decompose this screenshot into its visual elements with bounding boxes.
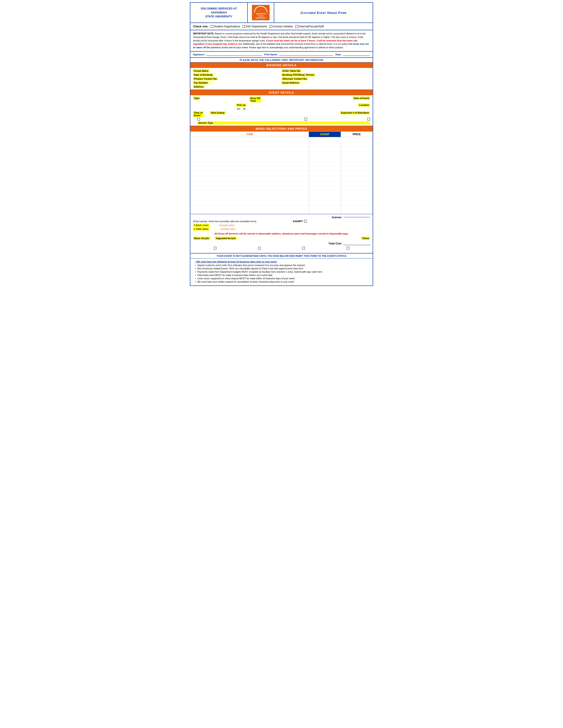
col-header-count: COUNT (309, 131, 341, 137)
important-note-text2: Additionally, due to the liabilities tha… (242, 43, 353, 45)
header: SSU Dining Services at Savannah State Un… (190, 3, 373, 23)
time-of-event-label: Time ofEvent (193, 111, 203, 117)
event-checkboxes-row (193, 117, 370, 121)
table-row (190, 186, 373, 190)
print-name-field: Print Name: (264, 53, 334, 56)
date-booking-label: Date of Booking (193, 73, 213, 76)
label-student-orgs: Student Organizations (214, 25, 240, 28)
checkbox-exempt[interactable] (304, 220, 307, 223)
fax-number-label: Fax Number (193, 81, 209, 84)
table-row (190, 195, 373, 200)
check-external[interactable]: External/Faculty/Staff (295, 25, 324, 28)
email-field: Email Address (282, 81, 366, 84)
bottom-bullets-section: ▪ We must have the following at least 10… (190, 259, 373, 285)
type-field: Type (193, 97, 200, 100)
total-cost-label: Total Cost (329, 242, 341, 245)
first-bullet-item: ▪ We must have the following at least 10… (193, 260, 370, 263)
checkbox-contract[interactable] (269, 25, 272, 28)
checkbox-ssu-depts[interactable] (242, 25, 245, 28)
booking-section-header: Booking Details (190, 62, 373, 68)
booking-poc-field: Booking POC/Resp. Person (282, 73, 366, 76)
booking-poc-label: Booking POC/Resp. Person (282, 73, 315, 76)
checkbox-bottom-2[interactable] (258, 247, 261, 250)
table-row (190, 190, 373, 195)
linen-row: # Basic Linen (Include color): # Table S… (193, 224, 370, 231)
order-taken-field: Order Taken By (282, 69, 366, 72)
checkbox-event-2[interactable] (305, 118, 307, 120)
upgraded-acrylic-label: Upgraded Acrylic (215, 237, 237, 240)
china-label: China (361, 237, 370, 240)
important-note-label: IMPORTANT NOTE (193, 32, 214, 35)
checkbox-event-3[interactable] (368, 118, 370, 120)
bullet-sym-4: ▪ (195, 274, 196, 276)
table-row (190, 137, 373, 142)
expected-attendees-field: Expected # of Attendees (340, 111, 370, 114)
header-logo: SAVANNAH STATE UNIVERSITY (248, 3, 274, 23)
date-field: Date: (336, 53, 370, 56)
bullet-text-1: Signed customer event order form indicat… (197, 264, 305, 266)
bottom-section: Subtotal (If tax exempt, check box & pro… (190, 214, 373, 253)
drop-off-time-label: Drop OffTime (249, 97, 261, 102)
tax-exempt-label: (If tax exempt, check box & provide sale… (193, 220, 256, 223)
include-color-linen: (Include color): (219, 224, 235, 227)
yes-label: Yes (237, 108, 240, 110)
date-booking-field: Date of Booking (193, 73, 277, 76)
print-name-label: Print Name: (264, 53, 278, 56)
table-row (190, 152, 373, 156)
menu-table-body (190, 137, 373, 214)
label-contract: Contract Initiative (273, 25, 293, 28)
bullet-item-6: ▪ We must have your written request for … (193, 280, 370, 283)
checkbox-bottom-4[interactable] (347, 247, 349, 250)
pick-up-group: Pick up Yes No (236, 103, 246, 110)
check-student-orgs[interactable]: Student Organizations (211, 25, 240, 28)
check-one-row: Check one: Student Organizations SSU Dep… (190, 23, 373, 30)
yes-no-group: Yes No (237, 108, 246, 110)
bullet-text-6: We must have your written request for ca… (197, 280, 294, 283)
bullet-sym-5: ▪ (195, 277, 196, 280)
tax-exempt-row: (If tax exempt, check box & provide sale… (193, 220, 370, 223)
address-field: Address (193, 85, 277, 88)
group-name-label: Group Name (193, 69, 209, 72)
logo-text: SAVANNAH STATE UNIVERSITY (253, 13, 268, 19)
primary-contact-field: Primary Contact No. (193, 77, 277, 80)
important-note-text3: . Please sign here to acknowledge your u… (248, 46, 344, 49)
booking-col-right: Order Taken By Booking POC/Resp. Person … (282, 69, 370, 88)
bullet-text-2: Non-University related Events: 50% non-r… (197, 267, 304, 270)
drop-off-time-field: Drop OffTime (249, 97, 261, 102)
checkbox-external[interactable] (295, 25, 298, 28)
bullet-sym-2: ▪ (195, 267, 196, 270)
menu-section: ITEM COUNT PRICE (190, 131, 373, 214)
signature-row: Signature: Print Name: Date: (190, 52, 373, 58)
table-skirts-label: # Table Skirts (193, 227, 209, 231)
table-row (190, 156, 373, 161)
logo-arch-icon (254, 6, 267, 12)
label-ssu-depts: SSU Departments (246, 25, 267, 28)
table-row (190, 161, 373, 166)
order-taken-label: Order Taken By (282, 69, 301, 72)
service-type-label: Service Type (197, 121, 370, 124)
bullet-item-5: ▪ Linen count, equipment or china reques… (193, 277, 370, 280)
checkbox-bottom-1[interactable] (214, 247, 216, 250)
form-title: Customer Event Order Form (301, 11, 347, 15)
checkbox-bottom-3[interactable] (302, 247, 305, 250)
menu-table-header-row: ITEM COUNT PRICE (190, 131, 373, 137)
event-row2: Pick up Yes No Location (193, 103, 370, 110)
table-skirts-item: # Table Skirts (Include color): (193, 227, 370, 231)
date-of-event-label: Date of Event (353, 97, 370, 100)
table-row (190, 176, 373, 181)
university-title: SSU Dining Services at Savannah State Un… (194, 7, 244, 19)
checkbox-student-orgs[interactable] (211, 25, 213, 28)
menu-section-header: Menu Selections and Prices (190, 126, 373, 131)
total-cost-row: Total Cost (193, 242, 370, 245)
table-row (190, 171, 373, 176)
bullet-text-5: Linen count, equipment or china request … (197, 277, 295, 280)
check-ssu-depts[interactable]: SSU Departments (242, 25, 267, 28)
location-label: Location (358, 103, 370, 107)
check-contract[interactable]: Contract Initiative (269, 25, 293, 28)
col-header-item: ITEM (190, 131, 309, 137)
checkbox-event-1[interactable] (197, 118, 200, 120)
header-left: SSU Dining Services at Savannah State Un… (190, 3, 248, 23)
subtotal-line (344, 217, 370, 217)
address-label: Address (193, 85, 204, 88)
booking-grid: Group Name Date of Booking Primary Conta… (193, 69, 370, 88)
